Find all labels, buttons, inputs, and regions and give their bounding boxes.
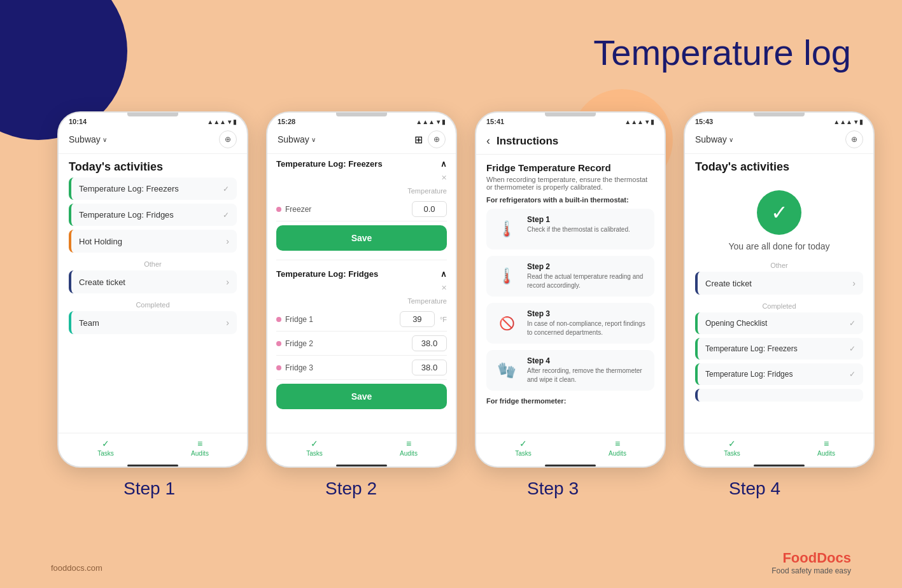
step-desc-4: After recording, remove the thermometer … (527, 367, 648, 384)
nav-tasks-1[interactable]: ✓ Tasks (59, 438, 153, 457)
dot-fridge1: Fridge 1 (276, 315, 313, 324)
fridge3-value[interactable]: 38.0 (412, 360, 447, 375)
step-icon-1: 🌡️ (493, 215, 521, 243)
phone-notch-2 (336, 113, 387, 116)
temp-col-header: Temperature (276, 185, 447, 197)
time-1: 10:14 (69, 118, 87, 125)
signal-icon-4: ▲▲▲ (833, 118, 852, 125)
step-title-3: Step 3 (527, 309, 648, 318)
wifi-icon-4: ▾ (854, 118, 857, 125)
tasks-icon-3: ✓ (519, 438, 527, 449)
chevron-icon: › (226, 236, 229, 246)
battery-icon-4: ▮ (859, 118, 863, 125)
steps-container: 10:14 ▲▲▲ ▾ ▮ Subway ⊕ Today's activitie… (57, 111, 875, 468)
task-label: Create ticket (79, 277, 125, 287)
task-team-1[interactable]: Team › (69, 311, 237, 334)
nav-tasks-3[interactable]: ✓ Tasks (476, 438, 570, 457)
expand-icon-2[interactable]: ∧ (440, 269, 447, 279)
task-label: Temperature Log: Freezers (705, 344, 798, 353)
profile-icon-4[interactable]: ⊕ (845, 130, 863, 148)
audits-icon: ≡ (197, 438, 202, 449)
wifi-icon-2: ▾ (437, 118, 440, 125)
save-btn-freezers[interactable]: Save (276, 225, 447, 251)
close-icon-3[interactable]: ✕ (441, 284, 447, 292)
task-fridges-4[interactable]: Temperature Log: Fridges ✓ (695, 363, 863, 385)
task-create-ticket-4[interactable]: Create ticket › (695, 272, 863, 295)
other-label-1: Other (69, 256, 237, 270)
instruction-step-2: 🌡️ Step 2 Read the actual temperature re… (486, 256, 654, 297)
step-text-4: Step 4 After recording, remove the therm… (527, 356, 648, 384)
task-fridges-1[interactable]: Temperature Log: Fridges ✓ (69, 204, 237, 226)
done-circle: ✓ (757, 190, 801, 235)
task-label: Opening Checklist (705, 319, 767, 328)
nav-audits-2[interactable]: ≡ Audits (362, 438, 456, 457)
dot-fridge2: Fridge 2 (276, 339, 313, 348)
fridge1-unit: °F (440, 316, 447, 323)
bottom-nav-4: ✓ Tasks ≡ Audits (685, 433, 873, 465)
store-name-4[interactable]: Subway (695, 134, 733, 144)
audits-label: Audits (191, 450, 209, 457)
fridge1-value[interactable]: 39 (400, 311, 435, 327)
instruction-step-1: 🌡️ Step 1 Check if the thermostat is cal… (486, 209, 654, 249)
phone-1: 10:14 ▲▲▲ ▾ ▮ Subway ⊕ Today's activitie… (57, 111, 248, 468)
check-icon-4c: ✓ (849, 370, 856, 379)
step-title-4: Step 4 (527, 356, 648, 365)
phone-notch-1 (127, 113, 178, 116)
nav-audits-1[interactable]: ≡ Audits (153, 438, 247, 457)
check-icon: ✓ (223, 185, 229, 193)
task-create-ticket-1[interactable]: Create ticket › (69, 270, 237, 293)
task-opening-checklist[interactable]: Opening Checklist ✓ (695, 312, 863, 334)
task-freezers-1[interactable]: Temperature Log: Freezers ✓ (69, 178, 237, 200)
task-hot-holding[interactable]: Hot Holding › (69, 230, 237, 253)
task-freezers-4[interactable]: Temperature Log: Freezers ✓ (695, 338, 863, 360)
nav-tasks-4[interactable]: ✓ Tasks (685, 438, 779, 457)
phone-4: 15:43 ▲▲▲ ▾ ▮ Subway ⊕ Today's activitie… (684, 111, 875, 468)
tasks-label-2: Tasks (306, 450, 323, 457)
grid-icon[interactable]: ⊞ (414, 134, 423, 146)
close-icon-2[interactable]: ✕ (441, 174, 447, 182)
profile-icon-1[interactable]: ⊕ (219, 130, 237, 148)
nav-tasks-2[interactable]: ✓ Tasks (267, 438, 362, 457)
nav-audits-3[interactable]: ≡ Audits (570, 438, 665, 457)
task-label: Hot Holding (79, 237, 122, 246)
store-name-2[interactable]: Subway (278, 134, 316, 144)
freezers-header: Temperature Log: Freezers ∧ (276, 159, 447, 169)
check-icon-4a: ✓ (849, 319, 856, 328)
instruction-step-3: 🚫 Step 3 In case of non-compliance, repo… (486, 303, 654, 344)
chevron-icon: › (226, 318, 229, 328)
instructions-header: ‹ Instructions (476, 128, 665, 155)
freezer-value[interactable]: 0.0 (412, 201, 447, 217)
audits-icon-3: ≡ (615, 438, 620, 449)
status-icons-1: ▲▲▲ ▾ ▮ (207, 118, 237, 125)
main-title-3: Fridge Temperature Record (486, 162, 654, 173)
signal-icon-2: ▲▲▲ (416, 118, 435, 125)
signal-icon: ▲▲▲ (207, 118, 226, 125)
task-list-1: Temperature Log: Freezers ✓ Temperature … (59, 178, 247, 433)
step-title-1: Step 1 (527, 215, 648, 224)
profile-icon-2[interactable]: ⊕ (428, 130, 446, 148)
divider-1 (276, 260, 447, 260)
expand-icon[interactable]: ∧ (440, 159, 447, 169)
task-label: Create ticket (705, 279, 752, 288)
nav-audits-4[interactable]: ≡ Audits (779, 438, 873, 457)
dot-fridge3: Fridge 3 (276, 363, 313, 372)
step-icon-2: 🌡️ (493, 262, 521, 290)
audits-label-3: Audits (609, 450, 626, 457)
step-desc-3: In case of non-compliance, report findin… (527, 319, 648, 337)
task-extra-4[interactable] (695, 389, 863, 402)
done-checkmark-icon: ✓ (771, 200, 788, 225)
subtitle-3: When recording temperature, ensure the t… (486, 176, 654, 191)
store-name-1[interactable]: Subway (69, 134, 107, 144)
status-icons-4: ▲▲▲ ▾ ▮ (833, 118, 863, 125)
back-button[interactable]: ‹ (486, 134, 490, 148)
bottom-nav-1: ✓ Tasks ≡ Audits (59, 433, 247, 465)
signal-icon-3: ▲▲▲ (624, 118, 644, 125)
wifi-icon-3: ▾ (645, 118, 649, 125)
step-desc-1: Check if the thermostat is calibrated. (527, 225, 648, 234)
time-4: 15:43 (695, 118, 713, 125)
fridge2-value[interactable]: 38.0 (412, 335, 447, 351)
step-desc-2: Read the actual temperature reading and … (527, 272, 648, 290)
battery-icon-3: ▮ (651, 118, 654, 125)
app-header-2: Subway ⊞ ⊕ (267, 128, 456, 154)
save-btn-fridges[interactable]: Save (276, 384, 447, 409)
